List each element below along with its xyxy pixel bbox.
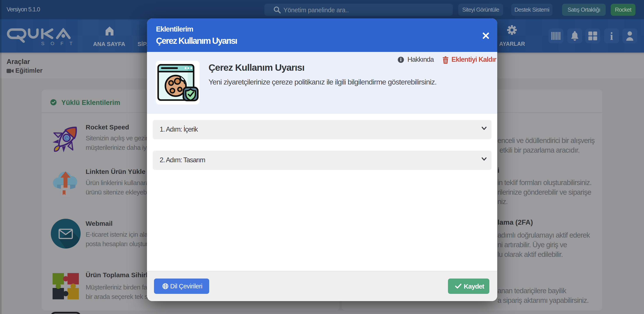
svg-text:S O F T: S O F T: [41, 41, 74, 46]
